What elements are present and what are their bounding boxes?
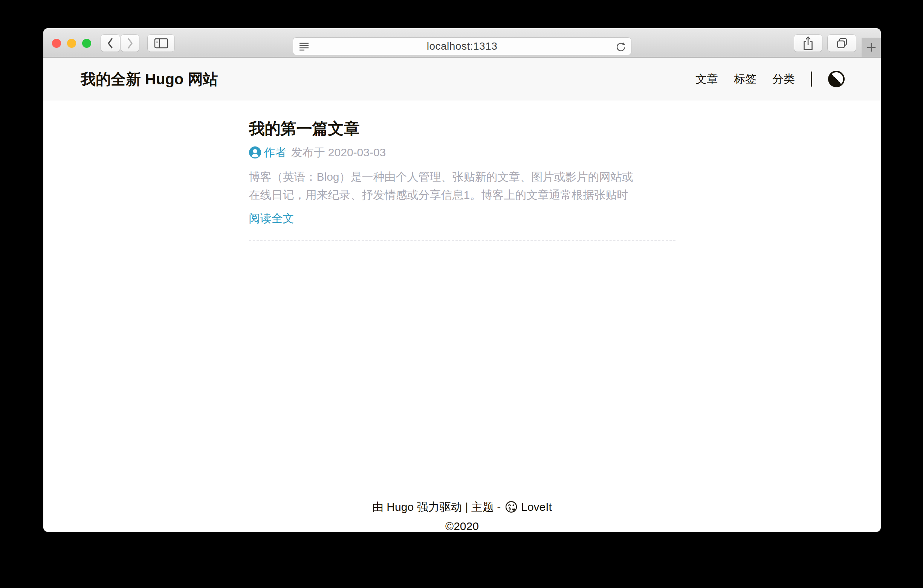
tabs-icon — [835, 36, 849, 50]
sidebar-icon — [153, 36, 169, 50]
post-summary-card: 我的第一篇文章 作者 发布于 2020-03-03 — [249, 100, 675, 241]
site-footer: 由 Hugo 强力驱动 | 主题 - LoveIt ©2020 — [43, 500, 881, 532]
share-icon — [801, 35, 815, 51]
forward-icon — [125, 37, 135, 50]
browser-window: localhost:1313 — [43, 28, 881, 532]
user-circle-icon — [249, 146, 261, 159]
author-name: 作者 — [264, 145, 287, 161]
zoom-window-button[interactable] — [82, 39, 91, 48]
new-tab-button[interactable] — [862, 38, 881, 57]
reload-button[interactable] — [614, 40, 626, 52]
nav-item-categories[interactable]: 分类 — [772, 72, 795, 87]
theme-toggle-icon[interactable] — [828, 71, 845, 87]
back-button[interactable] — [101, 34, 120, 52]
summary-line: 在线日记，用来纪录、抒发情感或分享信息1。博客上的文章通常根据张贴时 — [249, 186, 675, 204]
minimize-window-button[interactable] — [67, 39, 76, 48]
publish-date: 2020-03-03 — [328, 146, 386, 159]
nav-item-tags[interactable]: 标签 — [734, 72, 757, 87]
copyright: ©2020 — [43, 520, 881, 532]
post-divider — [249, 240, 675, 241]
theme-link[interactable]: LoveIt — [504, 500, 552, 514]
sidebar-toggle-button[interactable] — [148, 34, 174, 52]
nav-item-posts[interactable]: 文章 — [695, 72, 718, 87]
close-window-button[interactable] — [52, 39, 61, 48]
author-link[interactable]: 作者 — [249, 145, 287, 161]
powered-text: 由 Hugo 强力驱动 | 主题 - — [372, 501, 501, 513]
url-field[interactable]: localhost:1313 — [293, 38, 631, 55]
main-content: 我的第一篇文章 作者 发布于 2020-03-03 — [43, 100, 881, 241]
url-text: localhost:1313 — [310, 40, 614, 52]
kiss-wink-heart-icon — [504, 500, 518, 514]
theme-name: LoveIt — [521, 501, 552, 513]
summary-line: 博客（英语：Blog）是一种由个人管理、张贴新的文章、图片或影片的网站或 — [249, 168, 675, 186]
post-summary: 博客（英语：Blog）是一种由个人管理、张贴新的文章、图片或影片的网站或 在线日… — [249, 168, 675, 204]
tab-overview-button[interactable] — [828, 34, 856, 52]
share-button[interactable] — [794, 34, 822, 52]
site-title-link[interactable]: 我的全新 Hugo 网站 — [80, 69, 218, 90]
post-meta: 作者 发布于 2020-03-03 — [249, 146, 675, 159]
post-title-link[interactable]: 我的第一篇文章 — [249, 120, 675, 137]
back-icon — [106, 37, 115, 50]
nav-divider — [811, 72, 812, 87]
read-more-link[interactable]: 阅读全文 — [249, 211, 294, 226]
published-label: 发布于 2020-03-03 — [291, 145, 386, 161]
plus-icon — [866, 42, 877, 53]
site-header: 我的全新 Hugo 网站 文章 标签 分类 — [43, 57, 881, 100]
main-nav: 文章 标签 分类 — [695, 71, 845, 87]
forward-button[interactable] — [121, 34, 139, 52]
footer-powered-line: 由 Hugo 强力驱动 | 主题 - LoveIt — [43, 500, 881, 514]
reader-button[interactable] — [298, 41, 310, 52]
browser-toolbar: localhost:1313 — [43, 28, 881, 57]
